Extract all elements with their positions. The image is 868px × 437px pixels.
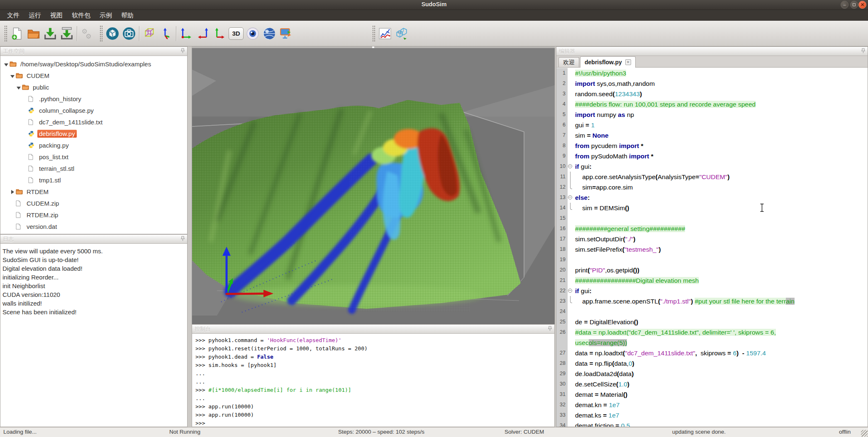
console-line: ... (195, 378, 551, 386)
fold-margin (568, 265, 573, 275)
tree-item[interactable]: RTDEM (0, 186, 187, 197)
tree-item[interactable]: CUDEM (0, 70, 187, 81)
left-splitter[interactable] (188, 46, 192, 427)
plot-chart-button[interactable] (377, 24, 393, 43)
toolbar-drag-handle[interactable] (4, 25, 7, 42)
wireframe-box-button[interactable] (141, 24, 158, 43)
pin-icon[interactable] (861, 48, 865, 55)
tree-item[interactable]: packing.py (0, 139, 187, 151)
view-top-icon (196, 27, 210, 40)
fold-margin[interactable]: − (568, 286, 573, 296)
fold-margin (568, 369, 573, 379)
close-button[interactable]: ✕ (858, 1, 866, 9)
minimize-button[interactable]: – (841, 1, 848, 9)
maximize-button[interactable] (850, 1, 858, 9)
snapshot-camera-button[interactable] (121, 24, 137, 43)
code-text: #!/usr/bin/python3 (573, 68, 868, 78)
log-line: CUDA version:11020 (2, 290, 185, 299)
tab-close-icon[interactable]: ✕ (625, 59, 631, 65)
pin-icon[interactable] (181, 48, 185, 55)
expander-icon[interactable] (9, 72, 16, 79)
console-line: ... (195, 369, 551, 378)
axes-button[interactable] (158, 24, 174, 43)
tree-item[interactable]: pos_list.txt (0, 151, 187, 163)
perspective-eye-button[interactable] (244, 24, 261, 43)
tree-item-label: RTDEM.zip (25, 211, 60, 219)
tree-item[interactable]: .python_history (0, 93, 187, 104)
folder-icon (16, 189, 25, 194)
code-text: app.frame.scene.openSTL("./tmp1.stl") #p… (573, 296, 868, 306)
tree-item[interactable]: /home/sway/Desktop/SudoSimStudio/example… (0, 58, 187, 70)
tree-item[interactable]: terrain_stl.stl (0, 163, 187, 174)
fold-collapse-icon[interactable]: − (568, 195, 572, 199)
menu-item-5[interactable]: 示例 (95, 11, 117, 20)
view-3d-button[interactable]: 3D (228, 24, 244, 43)
pin-icon[interactable] (548, 325, 552, 333)
stl-export-button[interactable]: STL (104, 24, 121, 43)
editor-line: 4####debris flow: run 100,001 steps and … (556, 99, 868, 109)
fold-collapse-icon[interactable]: − (568, 164, 572, 168)
tab-debrisflow-py[interactable]: debrisflow.py✕ (580, 56, 636, 68)
tree-item[interactable]: public (0, 81, 187, 93)
fold-margin (568, 306, 573, 317)
line-number: 8 (556, 141, 568, 151)
tree-item[interactable]: tmp1.stl (0, 174, 187, 186)
expander-icon[interactable] (3, 61, 10, 68)
tree-item[interactable]: column_collapse.py (0, 104, 187, 116)
view-top-button[interactable] (195, 24, 211, 43)
toolbar-drag-handle[interactable] (372, 25, 375, 42)
code-text: demat = Material() (573, 389, 868, 400)
editor-line: 31demat = Material() (556, 389, 868, 400)
toolbar-drag-handle[interactable] (100, 25, 102, 42)
tab--[interactable]: 欢迎 (558, 57, 579, 67)
tree-item-label: pos_list.txt (37, 153, 70, 161)
screen-capture-button[interactable] (278, 24, 294, 43)
view-side-button[interactable] (211, 24, 228, 43)
fold-collapse-icon[interactable]: − (568, 289, 572, 293)
line-number: 25 (556, 317, 568, 327)
editor-tab-bar: 欢迎debrisflow.py✕ (556, 56, 868, 68)
editor-line: 26#data = np.loadtxt("dc7_dem_1411slide.… (556, 327, 868, 337)
expander-icon[interactable] (9, 188, 16, 195)
file-tree[interactable]: /home/sway/Desktop/SudoSimStudio/example… (0, 56, 187, 234)
save-button[interactable] (42, 24, 59, 43)
fold-margin[interactable]: − (568, 161, 573, 172)
tree-item[interactable]: version.dat (0, 221, 187, 232)
workspace-panel-header: 工作空间 (0, 47, 187, 56)
new-file-button[interactable] (9, 24, 25, 43)
tree-item[interactable]: dc7_dem_1411slide.txt (0, 116, 187, 128)
fold-margin (568, 234, 573, 244)
axes-icon (159, 27, 173, 40)
menu-item-2[interactable]: 运行 (24, 11, 46, 20)
tree-item-selected[interactable]: debrisflow.py (0, 128, 187, 139)
tree-item-label: RTDEM (25, 188, 50, 196)
code-text: usecols=range(5)) (573, 337, 868, 348)
rt-module-button[interactable]: RT (393, 24, 410, 43)
python-console[interactable]: >>> pyhook1.command = 'HookFunc(elapsedT… (192, 334, 554, 427)
toolbar-group-3: RT (370, 22, 412, 45)
open-folder-button[interactable] (25, 24, 42, 43)
editor-line: 12 sim=app.core.sim (556, 182, 868, 192)
tree-item[interactable]: RTDEM.zip (0, 209, 187, 221)
tree-item[interactable]: CUDEM.zip (0, 197, 187, 209)
menu-item-6[interactable]: 帮助 (117, 11, 138, 20)
splitter-handle-dot[interactable] (372, 46, 374, 48)
toolbar-separator (176, 26, 176, 41)
pin-icon[interactable] (181, 235, 185, 243)
menu-item-1[interactable]: 文件 (2, 11, 24, 20)
editor-line: 10−if gui: (556, 161, 868, 172)
3d-viewport[interactable] (192, 46, 555, 324)
editor-line: 14 sim = DEMSim() (556, 203, 868, 213)
menu-item-4[interactable]: 软件包 (67, 11, 95, 20)
fold-margin[interactable]: − (568, 192, 573, 203)
expander-icon[interactable] (15, 84, 22, 91)
editor-line: 8from pycudem import * (556, 141, 868, 151)
resize-grip[interactable] (861, 430, 868, 437)
world-globe-button[interactable] (261, 24, 278, 43)
save-as-button[interactable] (59, 24, 75, 43)
tree-item-label: /home/sway/Desktop/SudoSimStudio/example… (19, 60, 153, 68)
code-editor[interactable]: 1#!/usr/bin/python32import sys,os,math,r… (556, 68, 868, 427)
python-file-icon (28, 142, 37, 148)
view-front-button[interactable] (178, 24, 195, 43)
menu-item-3[interactable]: 视图 (46, 11, 67, 20)
